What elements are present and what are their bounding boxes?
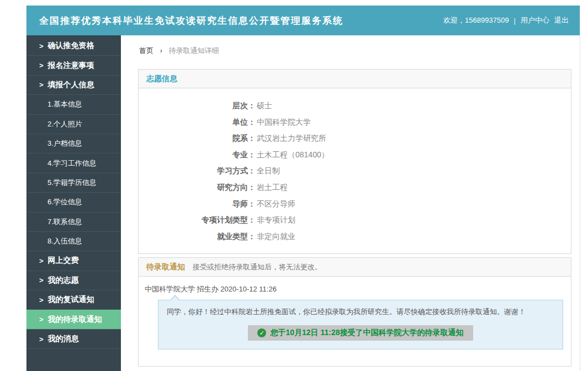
field-label: 专业： (139, 147, 256, 163)
sidebar-item-contact-info[interactable]: 7.联系信息 (27, 213, 121, 232)
chevron-right-icon: > (39, 42, 44, 50)
admission-notice-panel: 待录取通知 接受或拒绝待录取通知后，将无法更改。 中国科学院大学 招生办 202… (138, 257, 571, 367)
field-label: 层次： (139, 98, 256, 114)
chevron-right-icon: > (39, 276, 44, 284)
admission-notice-body: 中国科学院大学 招生办 2020-10-12 11:26 同学，你好！经过中科院… (139, 277, 571, 366)
field-value: 全日制 (257, 163, 280, 179)
sidebar-item-registration-notes[interactable]: > 报名注意事项 (27, 56, 121, 75)
user-area: 欢迎，15689937509 | 用户中心 退出 (443, 15, 569, 25)
app-header: 全国推荐优秀本科毕业生免试攻读研究生信息公开暨管理服务系统 欢迎，1568993… (27, 6, 580, 35)
field-row-unit: 单位： 中国科学院大学 (139, 114, 571, 131)
field-value: 非专项计划 (257, 212, 295, 229)
volunteer-info-fields: 层次： 硕士 单位： 中国科学院大学 院系： 武汉岩土力学研究所 专业： 土木工… (139, 88, 571, 253)
field-label: 研究方向： (139, 179, 256, 196)
welcome-text: 欢迎，15689937509 (443, 15, 509, 25)
admission-notice-title: 待录取通知 (146, 262, 185, 271)
acceptance-status-text: 您于10月12日 11:28接受了中国科学院大学的待录取通知 (270, 328, 463, 338)
sidebar-item-basic-info[interactable]: 1.基本信息 (27, 95, 121, 114)
sidebar-item-my-retest-notice[interactable]: > 我的复试通知 (27, 290, 121, 310)
admission-notice-panel-header: 待录取通知 接受或拒绝待录取通知后，将无法更改。 (139, 258, 571, 277)
breadcrumb: 首页 › 待录取通知详细 (139, 46, 571, 56)
sidebar-item-label: 我的复试通知 (48, 295, 94, 305)
field-label: 院系： (139, 130, 256, 147)
user-center-link[interactable]: 用户中心 (521, 15, 549, 25)
field-value: 中国科学院大学 (257, 114, 311, 131)
breadcrumb-home-link[interactable]: 首页 (139, 46, 153, 55)
sidebar-item-residence-archive-info[interactable]: 3.户档信息 (27, 134, 121, 153)
volunteer-info-panel: 志愿信息 层次： 硕士 单位： 中国科学院大学 院系： 武汉岩土力学研究所 (138, 69, 571, 254)
field-label: 学习方式： (139, 163, 256, 179)
chevron-right-icon: > (39, 81, 44, 89)
field-value: 武汉岩土力学研究所 (257, 130, 326, 147)
volunteer-info-title: 志愿信息 (146, 74, 177, 83)
breadcrumb-current: 待录取通知详细 (169, 46, 219, 55)
sidebar-item-degree-info[interactable]: 6.学位信息 (27, 193, 121, 212)
acceptance-status-bar[interactable]: ✓ 您于10月12日 11:28接受了中国科学院大学的待录取通知 (248, 325, 473, 341)
sidebar-item-label: 报名注意事项 (48, 61, 94, 71)
sidebar-item-label: 7.联系信息 (47, 217, 82, 227)
sidebar-item-personal-photo[interactable]: 2.个人照片 (27, 115, 121, 134)
field-label: 就业类型： (139, 229, 256, 245)
chevron-right-icon: > (39, 335, 44, 343)
notice-sender: 中国科学院大学 招生办 2020-10-12 11:26 (145, 284, 563, 294)
chevron-right-icon: > (39, 61, 44, 70)
field-row-department: 院系： 武汉岩土力学研究所 (139, 130, 571, 147)
chevron-right-icon: > (39, 296, 44, 304)
sidebar-item-label: 我的待录取通知 (48, 315, 102, 325)
sidebar-item-label: 1.基本信息 (47, 99, 82, 109)
field-value: 非定向就业 (257, 229, 295, 245)
content-area: 首页 › 待录取通知详细 志愿信息 层次： 硕士 单位： 中国科学院大学 (121, 35, 580, 371)
field-row-study-mode: 学习方式： 全日制 (139, 163, 571, 179)
check-circle-icon: ✓ (257, 328, 266, 337)
field-value: 硕士 (257, 98, 272, 114)
sidebar-item-my-admission-notice[interactable]: > 我的待录取通知 (27, 310, 121, 329)
notice-message-text: 同学，你好！经过中科院岩土所推免面试，你已经拟录取为我所研究生。请尽快确定接收我… (167, 307, 554, 317)
field-row-employment-type: 就业类型： 非定向就业 (139, 229, 571, 245)
sidebar-item-label: 网上交费 (48, 256, 79, 266)
field-label: 专项计划类型： (139, 212, 256, 229)
chevron-right-icon: > (39, 257, 44, 265)
sidebar-item-label: 我的志愿 (48, 275, 79, 285)
sidebar: > 确认推免资格 > 报名注意事项 > 填报个人信息 1.基本信息 2.个人照片… (27, 35, 121, 371)
field-row-level: 层次： 硕士 (139, 98, 571, 114)
sidebar-item-military-enlistment-info[interactable]: 8.入伍信息 (27, 232, 121, 251)
field-row-major: 专业： 土木工程（081400） (139, 147, 571, 163)
field-row-supervisor: 导师： 不区分导师 (139, 196, 571, 213)
sidebar-item-label: 4.学习工作信息 (47, 158, 97, 168)
logout-link[interactable]: 退出 (554, 15, 569, 25)
sidebar-item-label: 6.学位信息 (47, 197, 82, 207)
field-label: 导师： (139, 196, 256, 213)
page-container: 全国推荐优秀本科毕业生免试攻读研究生信息公开暨管理服务系统 欢迎，1568993… (26, 6, 580, 371)
bubble-arrow-icon (171, 296, 179, 301)
sidebar-item-label: 3.户档信息 (47, 139, 82, 149)
breadcrumb-separator-icon: › (160, 46, 162, 55)
field-value: 不区分导师 (257, 196, 295, 213)
sidebar-item-my-volunteers[interactable]: > 我的志愿 (27, 271, 121, 290)
field-value: 岩土工程 (257, 179, 288, 196)
sidebar-item-label: 填报个人信息 (48, 80, 94, 90)
app-title: 全国推荐优秀本科毕业生免试攻读研究生信息公开暨管理服务系统 (39, 14, 343, 27)
sidebar-item-label: 5.学籍学历信息 (47, 178, 97, 188)
sidebar-item-label: 8.入伍信息 (47, 236, 82, 246)
admission-notice-note: 接受或拒绝待录取通知后，将无法更改。 (193, 263, 322, 271)
main-row: > 确认推免资格 > 报名注意事项 > 填报个人信息 1.基本信息 2.个人照片… (27, 35, 580, 371)
field-row-research-direction: 研究方向： 岩土工程 (139, 179, 571, 196)
sidebar-item-personal-info[interactable]: > 填报个人信息 (27, 76, 121, 95)
field-row-special-plan-type: 专项计划类型： 非专项计划 (139, 212, 571, 229)
chevron-right-icon: > (39, 315, 44, 324)
sidebar-item-label: 2.个人照片 (47, 119, 82, 129)
sidebar-item-label: 我的消息 (48, 334, 79, 344)
user-divider: | (514, 17, 516, 25)
field-label: 单位： (139, 114, 256, 131)
sidebar-item-study-work-info[interactable]: 4.学习工作信息 (27, 153, 121, 173)
sidebar-item-label: 确认推免资格 (48, 41, 94, 51)
sidebar-item-my-messages[interactable]: > 我的消息 (27, 330, 121, 349)
field-value: 土木工程（081400） (257, 147, 329, 163)
sidebar-item-student-status-info[interactable]: 5.学籍学历信息 (27, 173, 121, 193)
volunteer-info-panel-header: 志愿信息 (139, 70, 571, 88)
notice-message-bubble: 同学，你好！经过中科院岩土所推免面试，你已经拟录取为我所研究生。请尽快确定接收我… (158, 300, 563, 349)
sidebar-item-online-payment[interactable]: > 网上交费 (27, 251, 121, 271)
sidebar-item-confirm-qualification[interactable]: > 确认推免资格 (27, 36, 121, 56)
